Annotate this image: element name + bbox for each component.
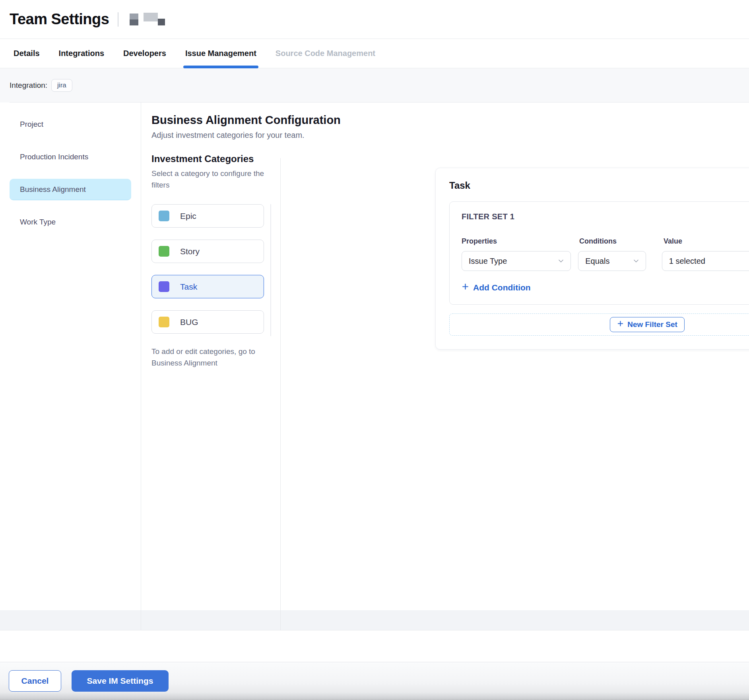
- chevron-down-icon: [632, 257, 640, 265]
- category-color-swatch: [159, 317, 169, 327]
- tab-developers[interactable]: Developers: [121, 39, 168, 68]
- redacted-block: [130, 14, 138, 25]
- category-color-swatch: [159, 246, 169, 257]
- redacted-block: [158, 19, 165, 25]
- page-section-subtitle: Adjust investment categories for your te…: [151, 131, 749, 140]
- property-select[interactable]: Issue Type: [462, 251, 571, 271]
- config-card-title: Task: [449, 180, 749, 191]
- page-title: Team Settings: [10, 11, 109, 28]
- new-filter-set-dropzone: New Filter Set: [449, 313, 749, 336]
- save-im-settings-button[interactable]: Save IM Settings: [72, 670, 169, 692]
- add-condition-button[interactable]: Add Condition: [462, 283, 531, 292]
- sidebar-item-production-incidents[interactable]: Production Incidents: [10, 146, 131, 168]
- category-button-task[interactable]: Task: [151, 275, 264, 298]
- categories-description: Select a category to configure the filte…: [151, 168, 272, 191]
- property-select-value: Issue Type: [469, 257, 507, 266]
- category-label: Epic: [180, 211, 196, 221]
- chevron-down-icon: [557, 257, 565, 265]
- settings-body: Project Production Incidents Business Al…: [0, 102, 749, 630]
- category-color-swatch: [159, 281, 169, 292]
- tab-label: Source Code Management: [276, 49, 375, 58]
- title-separator: [118, 12, 118, 27]
- new-filter-set-label: New Filter Set: [627, 320, 677, 329]
- active-tab-underline: [183, 66, 258, 68]
- page-header: Team Settings: [0, 0, 749, 39]
- condition-select-value: Equals: [585, 257, 609, 266]
- integration-badge: jira: [51, 79, 72, 92]
- sidebar-item-project[interactable]: Project: [10, 114, 131, 135]
- investment-categories-panel: Investment Categories Select a category …: [151, 153, 272, 369]
- tab-label: Integrations: [59, 49, 104, 58]
- categories-title: Investment Categories: [151, 153, 272, 164]
- team-settings-page: Team Settings Details Integrations Devel…: [0, 0, 749, 700]
- value-select[interactable]: 1 selected: [662, 251, 749, 271]
- category-list: Epic Story Task BUG: [151, 204, 272, 334]
- integration-row: Integration: jira: [0, 68, 749, 102]
- column-header-properties: Properties: [462, 237, 579, 246]
- category-button-bug[interactable]: BUG: [151, 310, 264, 334]
- redacted-block: [144, 13, 158, 21]
- plus-icon: [462, 283, 469, 292]
- filter-set-title: FILTER SET 1: [462, 212, 749, 221]
- business-alignment-content: Business Alignment Configuration Adjust …: [141, 102, 749, 630]
- column-header-conditions: Conditions: [579, 237, 664, 246]
- tab-label: Issue Management: [185, 49, 256, 58]
- task-config-card: Task FILTER SET 1 Properties Conditions …: [435, 168, 749, 350]
- integration-label: Integration:: [10, 81, 47, 90]
- condition-select[interactable]: Equals: [578, 251, 646, 271]
- tab-source-code-management[interactable]: Source Code Management: [274, 39, 377, 68]
- tab-integrations[interactable]: Integrations: [57, 39, 106, 68]
- category-label: Task: [180, 282, 197, 292]
- category-label: BUG: [180, 317, 198, 327]
- category-label: Story: [180, 247, 200, 256]
- tab-issue-management[interactable]: Issue Management: [183, 39, 258, 68]
- tab-details[interactable]: Details: [12, 39, 42, 68]
- redacted-team-name: [130, 13, 165, 26]
- filter-column-headers: Properties Conditions Value: [462, 237, 749, 246]
- column-header-value: Value: [664, 237, 749, 246]
- sidebar-item-work-type[interactable]: Work Type: [10, 211, 131, 233]
- filter-set-box: FILTER SET 1 Properties Conditions Value…: [449, 201, 749, 305]
- add-condition-label: Add Condition: [473, 283, 531, 292]
- action-footer: Cancel Save IM Settings: [0, 662, 749, 700]
- filter-condition-row: Issue Type Equals 1 select: [462, 251, 749, 271]
- new-filter-set-button[interactable]: New Filter Set: [610, 317, 685, 332]
- tab-bar: Details Integrations Developers Issue Ma…: [0, 39, 749, 68]
- tab-label: Details: [14, 49, 40, 58]
- settings-sidebar: Project Production Incidents Business Al…: [0, 102, 141, 244]
- category-color-swatch: [159, 211, 169, 221]
- categories-note: To add or edit categories, go to Busines…: [151, 346, 272, 369]
- page-section-title: Business Alignment Configuration: [151, 114, 749, 127]
- tab-label: Developers: [123, 49, 166, 58]
- value-select-value: 1 selected: [669, 257, 705, 266]
- cancel-button[interactable]: Cancel: [9, 670, 61, 692]
- plus-icon: [617, 320, 624, 329]
- sidebar-item-business-alignment[interactable]: Business Alignment: [10, 179, 131, 200]
- category-button-story[interactable]: Story: [151, 240, 264, 263]
- category-button-epic[interactable]: Epic: [151, 204, 264, 228]
